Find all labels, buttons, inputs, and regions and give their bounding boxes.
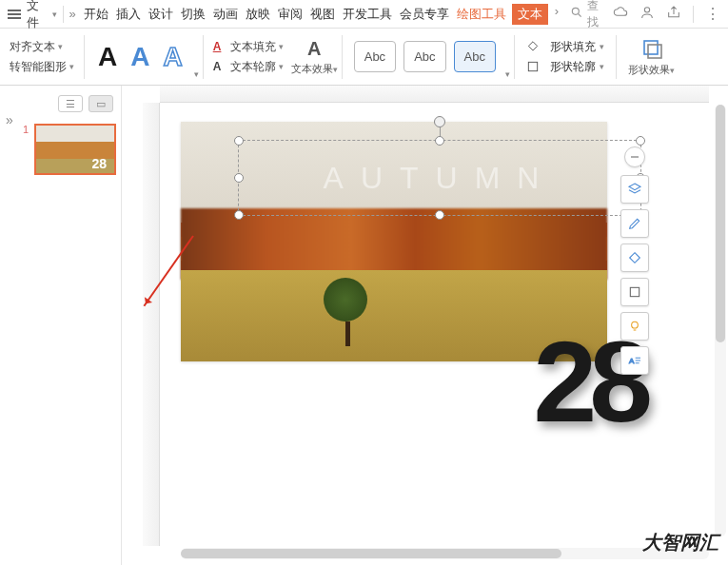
svg-text:A: A xyxy=(629,357,635,365)
tab-strip: 开始 插入 设计 切换 动画 放映 审阅 视图 开发工具 会员专享 绘图工具 文… xyxy=(82,4,559,25)
text-fill-button[interactable]: A 文本填充▾ xyxy=(213,39,284,55)
resize-handle-tm[interactable] xyxy=(435,136,444,146)
separator xyxy=(342,35,343,79)
thumbnail-panel: ☰ ▭ 1 28 xyxy=(19,86,122,565)
scrollbar-horizontal[interactable] xyxy=(181,548,709,559)
panel-expand-icon[interactable]: » xyxy=(0,86,19,565)
thumbnail-number: 1 xyxy=(23,124,30,175)
slide[interactable]: 28 AUTUMN xyxy=(181,122,607,361)
rotate-handle[interactable] xyxy=(434,116,445,127)
svg-rect-5 xyxy=(648,45,661,58)
tab-drawing-tools[interactable]: 绘图工具 xyxy=(455,4,508,25)
floating-toolbar: A xyxy=(620,146,649,375)
shape-style-3[interactable]: Abc xyxy=(454,41,496,72)
resize-handle-ml[interactable] xyxy=(234,173,244,183)
cloud-icon[interactable] xyxy=(613,5,628,23)
shape-effects-button[interactable]: 形状效果▾ xyxy=(620,37,682,77)
tab-devtools[interactable]: 开发工具 xyxy=(341,4,394,25)
edit-tool-icon[interactable] xyxy=(620,209,649,238)
ribbon: 对齐文本▾ 转智能图形▾ A A A ▾ A 文本填充▾ A 文本轮廓▾ A 文… xyxy=(0,29,728,86)
text-format-tool-icon[interactable]: A xyxy=(620,346,649,375)
svg-point-8 xyxy=(632,321,639,328)
wordart-style-3[interactable]: A xyxy=(163,42,182,72)
user-icon[interactable] xyxy=(639,5,655,23)
separator xyxy=(84,35,85,79)
scrollbar-vertical[interactable] xyxy=(715,105,726,536)
separator xyxy=(616,35,617,79)
tabs-overflow-icon[interactable]: › xyxy=(552,4,559,25)
more-icon[interactable]: ⋮ xyxy=(705,5,720,23)
slide-tree xyxy=(324,278,371,344)
fill-tool-icon[interactable] xyxy=(620,244,649,272)
idea-tool-icon[interactable] xyxy=(620,312,649,341)
shape-styles-more-icon[interactable]: ▾ xyxy=(505,69,510,79)
resize-handle-bl[interactable] xyxy=(234,210,244,220)
tab-design[interactable]: 设计 xyxy=(147,4,175,25)
scroll-thumb[interactable] xyxy=(181,549,561,558)
wordart-more-icon[interactable]: ▾ xyxy=(194,69,199,79)
shape-fill-button[interactable]: 形状填充▾ xyxy=(526,39,604,55)
tab-start[interactable]: 开始 xyxy=(82,4,110,25)
shape-outline-button[interactable]: 形状轮廓▾ xyxy=(526,59,604,75)
resize-handle-tr[interactable] xyxy=(636,136,645,146)
layers-tool-icon[interactable] xyxy=(620,175,649,204)
hamburger-icon[interactable] xyxy=(8,10,21,19)
overflow-left-icon[interactable]: » xyxy=(69,7,75,21)
align-text-button[interactable]: 对齐文本▾ xyxy=(10,39,74,55)
svg-line-1 xyxy=(579,14,581,17)
svg-rect-7 xyxy=(630,287,639,296)
shape-style-2[interactable]: Abc xyxy=(403,41,445,72)
tab-insert[interactable]: 插入 xyxy=(114,4,143,25)
svg-rect-3 xyxy=(528,62,537,70)
wordart-style-1[interactable]: A xyxy=(98,42,117,72)
text-outline-button[interactable]: A 文本轮廓▾ xyxy=(213,59,284,75)
svg-point-0 xyxy=(572,8,579,14)
slide-thumbnail-1[interactable]: 1 28 xyxy=(19,122,121,177)
ruler-vertical xyxy=(143,103,160,546)
svg-point-2 xyxy=(644,8,649,12)
resize-handle-bm[interactable] xyxy=(435,210,444,220)
smart-art-button[interactable]: 转智能图形▾ xyxy=(10,59,74,75)
scroll-thumb[interactable] xyxy=(716,105,725,342)
collapse-tool-icon[interactable] xyxy=(624,146,645,167)
tab-slideshow[interactable]: 放映 xyxy=(244,4,272,25)
thumbnail-view-button[interactable]: ▭ xyxy=(89,95,113,112)
text-effects-button[interactable]: A 文本效果▾ xyxy=(291,38,338,76)
divider xyxy=(693,6,694,23)
textbox-content[interactable]: AUTUMN xyxy=(239,141,640,215)
shape-style-1[interactable]: Abc xyxy=(354,41,396,72)
outline-view-button[interactable]: ☰ xyxy=(58,95,83,112)
separator xyxy=(203,35,204,79)
search-placeholder: 查找 xyxy=(587,0,607,30)
resize-handle-tl[interactable] xyxy=(234,136,244,146)
tab-text-tools[interactable]: 文本 xyxy=(512,4,548,25)
share-icon[interactable] xyxy=(666,5,681,23)
slide-trees xyxy=(181,208,607,281)
thumbnail-caption: 28 xyxy=(91,156,107,171)
tab-vip[interactable]: 会员专享 xyxy=(398,4,451,25)
separator xyxy=(514,35,515,79)
wordart-style-2[interactable]: A xyxy=(130,42,149,72)
tab-review[interactable]: 审阅 xyxy=(276,4,305,25)
search-icon xyxy=(570,6,583,22)
svg-rect-4 xyxy=(644,41,658,54)
tab-view[interactable]: 视图 xyxy=(308,4,337,25)
selected-textbox[interactable]: AUTUMN xyxy=(238,140,641,216)
watermark: 大智网汇 xyxy=(642,530,718,555)
canvas[interactable]: 28 AUTUMN xyxy=(122,86,728,565)
ruler-horizontal xyxy=(160,86,709,103)
file-menu[interactable]: 文件▾ xyxy=(27,0,57,31)
tab-animation[interactable]: 动画 xyxy=(211,4,240,25)
search-box[interactable]: 查找 xyxy=(570,0,607,30)
tab-transition[interactable]: 切换 xyxy=(179,4,207,25)
outline-tool-icon[interactable] xyxy=(620,278,649,306)
divider xyxy=(63,6,64,23)
